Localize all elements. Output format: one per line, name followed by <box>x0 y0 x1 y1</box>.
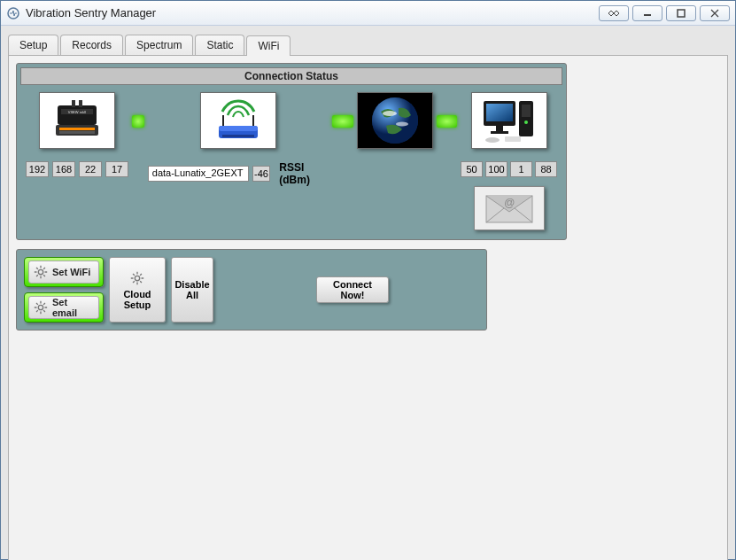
connection-status-panel: Connection Status VSEW mkII <box>16 63 567 240</box>
svg-text:@: @ <box>503 197 514 209</box>
svg-point-28 <box>485 137 500 143</box>
server-ip-octet-2[interactable]: 100 <box>485 161 507 177</box>
tab-setup[interactable]: Setup <box>8 35 58 55</box>
svg-rect-12 <box>252 115 254 128</box>
svg-rect-14 <box>219 126 258 131</box>
device-ip-octet-3[interactable]: 22 <box>79 161 102 177</box>
disable-all-label: DisableAll <box>174 279 209 300</box>
link-router-internet <box>332 115 353 128</box>
set-wifi-button[interactable]: Set WiFi <box>24 257 104 287</box>
status-header: Connection Status <box>20 67 562 85</box>
server-ip-octet-3[interactable]: 1 <box>510 161 532 177</box>
svg-rect-26 <box>522 105 531 117</box>
svg-point-34 <box>135 276 139 280</box>
rssi-label: RSSI (dBm) <box>279 161 329 186</box>
router-icon <box>200 92 276 149</box>
overflow-button[interactable] <box>599 5 629 21</box>
app-icon <box>6 6 20 20</box>
tab-spectrum[interactable]: Spectrum <box>125 35 193 55</box>
set-wifi-label: Set WiFi <box>52 267 90 277</box>
minimize-button[interactable] <box>632 5 662 21</box>
link-device-router <box>132 115 144 128</box>
server-ip-octet-4[interactable]: 88 <box>535 161 557 177</box>
set-email-label: Set email <box>52 297 95 318</box>
svg-rect-2 <box>678 10 685 17</box>
connect-now-label: ConnectNow! <box>333 279 372 300</box>
svg-rect-10 <box>79 100 82 107</box>
close-button[interactable] <box>700 5 730 21</box>
disable-all-button[interactable]: DisableAll <box>171 257 213 323</box>
svg-rect-22 <box>486 104 513 121</box>
svg-rect-23 <box>496 126 503 131</box>
device-column: VSEW mkII 192 168 22 <box>26 92 128 177</box>
svg-point-19 <box>396 122 408 127</box>
internet-column <box>357 92 433 149</box>
app-window: Vibration Sentry Manager Setup Records S… <box>0 0 736 560</box>
titlebar: Vibration Sentry Manager <box>1 1 735 26</box>
device-icon: VSEW mkII <box>39 92 115 149</box>
svg-rect-7 <box>59 128 95 130</box>
svg-point-32 <box>38 269 43 274</box>
set-email-button[interactable]: Set email <box>24 292 104 323</box>
client-area: Setup Records Spectrum Static WiFi Conne… <box>1 26 735 559</box>
link-internet-server <box>437 115 457 128</box>
cloud-setup-label: CloudSetup <box>123 289 151 310</box>
globe-icon <box>357 92 433 149</box>
svg-rect-3 <box>58 105 97 125</box>
tab-static[interactable]: Static <box>195 35 244 55</box>
cloud-setup-button[interactable]: CloudSetup <box>109 257 166 323</box>
svg-rect-15 <box>222 135 254 137</box>
svg-rect-8 <box>59 131 95 134</box>
connect-now-button[interactable]: ConnectNow! <box>316 276 389 303</box>
device-ip-octet-4[interactable]: 17 <box>105 161 128 177</box>
maximize-button[interactable] <box>666 5 696 21</box>
tab-wifi[interactable]: WiFi <box>246 35 291 56</box>
svg-rect-29 <box>505 136 521 142</box>
server-column: 50 100 1 88 @ <box>461 92 557 230</box>
controls-panel: Set WiFi Set email CloudSetup <box>16 249 487 331</box>
tab-records[interactable]: Records <box>60 35 123 55</box>
svg-rect-24 <box>491 131 508 134</box>
svg-rect-11 <box>222 115 224 128</box>
tab-strip: Setup Records Spectrum Static WiFi <box>8 33 728 55</box>
server-ip-octet-1[interactable]: 50 <box>461 161 483 177</box>
computer-icon <box>471 92 547 149</box>
svg-rect-9 <box>72 100 75 107</box>
svg-point-27 <box>524 121 528 124</box>
svg-point-33 <box>38 305 43 309</box>
gear-icon <box>33 299 49 315</box>
device-ip-octet-1[interactable]: 192 <box>26 161 49 177</box>
ssid-field[interactable]: data-Lunatix_2GEXT <box>148 166 249 182</box>
svg-text:VSEW mkII: VSEW mkII <box>68 110 86 114</box>
device-ip-octet-2[interactable]: 168 <box>52 161 75 177</box>
window-controls <box>595 5 730 21</box>
svg-point-17 <box>372 97 418 144</box>
svg-rect-1 <box>644 14 651 16</box>
gear-icon <box>33 264 49 280</box>
rssi-value: -46 <box>252 166 271 182</box>
tab-content: Connection Status VSEW mkII <box>8 55 728 560</box>
router-column: data-Lunatix_2GEXT -46 RSSI (dBm) <box>148 92 329 186</box>
window-title: Vibration Sentry Manager <box>26 6 156 19</box>
svg-point-18 <box>383 111 397 116</box>
email-icon: @ <box>474 186 545 230</box>
gear-icon <box>129 270 145 286</box>
